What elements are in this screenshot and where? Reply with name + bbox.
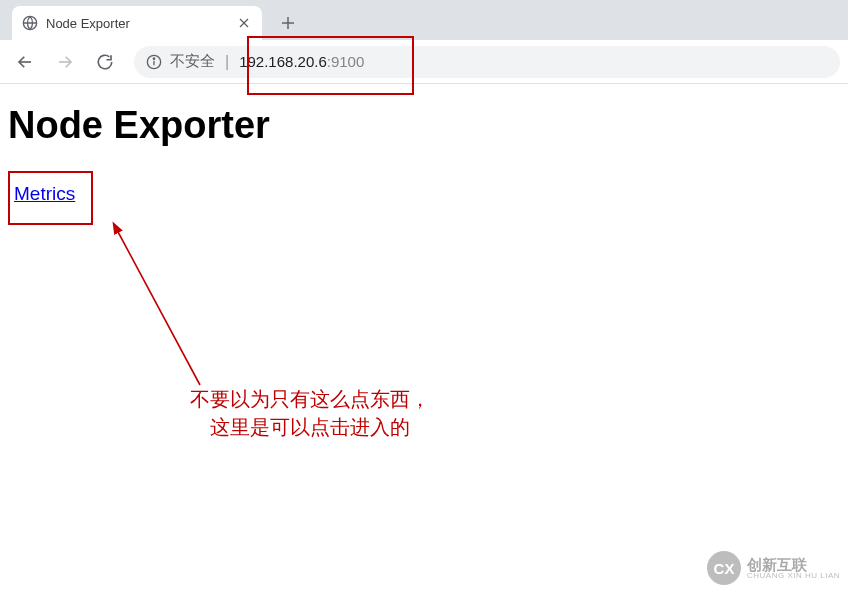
reload-button[interactable] — [88, 45, 122, 79]
forward-button[interactable] — [48, 45, 82, 79]
page-body: Node Exporter Metrics — [0, 84, 848, 233]
watermark-cn: 创新互联 — [747, 557, 840, 572]
new-tab-button[interactable] — [274, 9, 302, 37]
annotation-arrow — [105, 220, 225, 400]
browser-tab[interactable]: Node Exporter — [12, 6, 262, 40]
globe-icon — [22, 15, 38, 31]
url-text: 192.168.20.6:9100 — [239, 53, 364, 70]
tab-strip: Node Exporter — [0, 0, 848, 40]
back-button[interactable] — [8, 45, 42, 79]
security-label: 不安全 — [170, 52, 215, 71]
browser-toolbar: 不安全 | 192.168.20.6:9100 — [0, 40, 848, 84]
annotation-line-2: 这里是可以点击进入的 — [190, 413, 430, 441]
svg-line-10 — [117, 230, 200, 385]
close-icon[interactable] — [236, 15, 252, 31]
address-bar[interactable]: 不安全 | 192.168.20.6:9100 — [134, 46, 840, 78]
url-separator: | — [225, 53, 229, 71]
metrics-link-highlight-box: Metrics — [8, 171, 93, 225]
watermark-en: CHUANG XIN HU LIAN — [747, 572, 840, 580]
watermark: CX 创新互联 CHUANG XIN HU LIAN — [707, 551, 840, 585]
annotation-text: 不要以为只有这么点东西， 这里是可以点击进入的 — [190, 385, 430, 441]
url-host: 192.168.20.6 — [239, 53, 327, 70]
info-icon[interactable] — [146, 54, 162, 70]
annotation-line-1: 不要以为只有这么点东西， — [190, 385, 430, 413]
svg-point-9 — [153, 58, 154, 59]
page-title: Node Exporter — [8, 104, 840, 147]
url-port: :9100 — [327, 53, 365, 70]
metrics-link[interactable]: Metrics — [14, 183, 75, 204]
tab-title: Node Exporter — [46, 16, 228, 31]
watermark-badge: CX — [707, 551, 741, 585]
